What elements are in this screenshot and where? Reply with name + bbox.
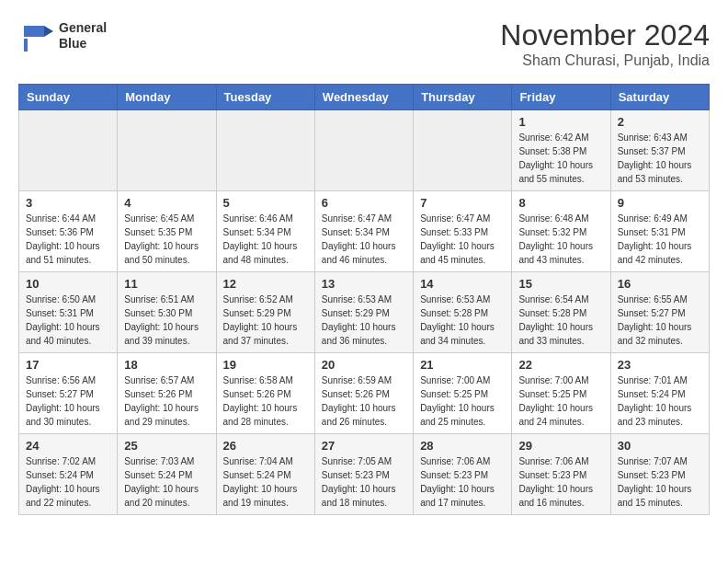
day-number: 9 <box>618 196 702 210</box>
calendar-cell <box>414 110 512 191</box>
calendar-cell: 9Sunrise: 6:49 AM Sunset: 5:31 PM Daylig… <box>610 191 709 272</box>
calendar-cell: 29Sunrise: 7:06 AM Sunset: 5:23 PM Dayli… <box>512 434 610 515</box>
weekday-header-saturday: Saturday <box>610 85 709 110</box>
calendar-cell: 26Sunrise: 7:04 AM Sunset: 5:24 PM Dayli… <box>216 434 314 515</box>
weekday-header-friday: Friday <box>512 85 610 110</box>
day-number: 16 <box>618 277 702 291</box>
calendar-cell: 16Sunrise: 6:55 AM Sunset: 5:27 PM Dayli… <box>610 272 709 353</box>
day-info: Sunrise: 7:02 AM Sunset: 5:24 PM Dayligh… <box>26 454 110 510</box>
day-number: 1 <box>518 115 603 129</box>
day-info: Sunrise: 6:47 AM Sunset: 5:34 PM Dayligh… <box>322 212 406 267</box>
svg-marker-1 <box>24 26 44 37</box>
calendar-cell: 24Sunrise: 7:02 AM Sunset: 5:24 PM Dayli… <box>19 434 118 515</box>
day-info: Sunrise: 6:57 AM Sunset: 5:26 PM Dayligh… <box>124 373 209 429</box>
weekday-header-thursday: Thursday <box>414 85 512 110</box>
day-number: 27 <box>322 439 406 453</box>
day-info: Sunrise: 6:53 AM Sunset: 5:29 PM Dayligh… <box>322 293 406 348</box>
day-number: 29 <box>518 439 603 453</box>
day-info: Sunrise: 6:55 AM Sunset: 5:27 PM Dayligh… <box>618 293 702 348</box>
day-info: Sunrise: 6:51 AM Sunset: 5:30 PM Dayligh… <box>124 293 209 348</box>
svg-rect-3 <box>24 39 28 52</box>
day-number: 4 <box>124 196 209 210</box>
logo-text: General Blue <box>59 20 107 52</box>
day-info: Sunrise: 7:04 AM Sunset: 5:24 PM Dayligh… <box>223 454 308 510</box>
day-number: 19 <box>223 358 308 372</box>
weekday-header-sunday: Sunday <box>19 85 118 110</box>
day-number: 15 <box>518 277 603 291</box>
calendar-cell: 6Sunrise: 6:47 AM Sunset: 5:34 PM Daylig… <box>314 191 413 272</box>
calendar-cell: 20Sunrise: 6:59 AM Sunset: 5:26 PM Dayli… <box>314 353 413 434</box>
day-info: Sunrise: 7:00 AM Sunset: 5:25 PM Dayligh… <box>518 373 603 429</box>
calendar-cell: 13Sunrise: 6:53 AM Sunset: 5:29 PM Dayli… <box>314 272 413 353</box>
day-number: 5 <box>223 196 308 210</box>
day-info: Sunrise: 6:50 AM Sunset: 5:31 PM Dayligh… <box>26 293 110 348</box>
page-header: General Blue November 2024 Sham Churasi,… <box>18 18 710 69</box>
day-info: Sunrise: 6:56 AM Sunset: 5:27 PM Dayligh… <box>26 373 110 429</box>
calendar-cell: 3Sunrise: 6:44 AM Sunset: 5:36 PM Daylig… <box>19 191 118 272</box>
calendar-cell: 23Sunrise: 7:01 AM Sunset: 5:24 PM Dayli… <box>610 353 709 434</box>
day-info: Sunrise: 7:03 AM Sunset: 5:24 PM Dayligh… <box>124 454 209 510</box>
day-number: 6 <box>322 196 406 210</box>
day-info: Sunrise: 6:54 AM Sunset: 5:28 PM Dayligh… <box>518 293 603 348</box>
day-info: Sunrise: 6:52 AM Sunset: 5:29 PM Dayligh… <box>223 293 308 348</box>
calendar-week-row: 3Sunrise: 6:44 AM Sunset: 5:36 PM Daylig… <box>19 191 710 272</box>
logo-line1: General <box>59 20 107 36</box>
calendar-subtitle: Sham Churasi, Punjab, India <box>500 52 710 69</box>
day-number: 10 <box>26 277 110 291</box>
day-info: Sunrise: 6:48 AM Sunset: 5:32 PM Dayligh… <box>518 212 603 267</box>
calendar-cell: 14Sunrise: 6:53 AM Sunset: 5:28 PM Dayli… <box>414 272 512 353</box>
day-info: Sunrise: 6:53 AM Sunset: 5:28 PM Dayligh… <box>420 293 505 348</box>
calendar-cell: 22Sunrise: 7:00 AM Sunset: 5:25 PM Dayli… <box>512 353 610 434</box>
day-info: Sunrise: 6:43 AM Sunset: 5:37 PM Dayligh… <box>618 131 702 186</box>
calendar-week-row: 10Sunrise: 6:50 AM Sunset: 5:31 PM Dayli… <box>19 272 710 353</box>
day-number: 26 <box>223 439 308 453</box>
day-info: Sunrise: 7:01 AM Sunset: 5:24 PM Dayligh… <box>618 373 702 429</box>
day-number: 8 <box>518 196 603 210</box>
calendar-cell: 10Sunrise: 6:50 AM Sunset: 5:31 PM Dayli… <box>19 272 118 353</box>
calendar-cell: 21Sunrise: 7:00 AM Sunset: 5:25 PM Dayli… <box>414 353 512 434</box>
day-info: Sunrise: 6:44 AM Sunset: 5:36 PM Dayligh… <box>26 212 110 267</box>
day-number: 13 <box>322 277 406 291</box>
calendar-cell <box>19 110 118 191</box>
calendar-cell: 19Sunrise: 6:58 AM Sunset: 5:26 PM Dayli… <box>216 353 314 434</box>
calendar-body: 1Sunrise: 6:42 AM Sunset: 5:38 PM Daylig… <box>19 110 710 515</box>
day-number: 30 <box>618 439 702 453</box>
calendar-cell: 5Sunrise: 6:46 AM Sunset: 5:34 PM Daylig… <box>216 191 314 272</box>
calendar-cell: 11Sunrise: 6:51 AM Sunset: 5:30 PM Dayli… <box>118 272 216 353</box>
calendar-cell: 2Sunrise: 6:43 AM Sunset: 5:37 PM Daylig… <box>610 110 709 191</box>
day-info: Sunrise: 7:05 AM Sunset: 5:23 PM Dayligh… <box>322 454 406 510</box>
title-block: November 2024 Sham Churasi, Punjab, Indi… <box>500 18 710 69</box>
calendar-cell: 17Sunrise: 6:56 AM Sunset: 5:27 PM Dayli… <box>19 353 118 434</box>
calendar-title: November 2024 <box>500 18 710 52</box>
calendar-cell: 1Sunrise: 6:42 AM Sunset: 5:38 PM Daylig… <box>512 110 610 191</box>
calendar-cell: 18Sunrise: 6:57 AM Sunset: 5:26 PM Dayli… <box>118 353 216 434</box>
calendar-cell: 28Sunrise: 7:06 AM Sunset: 5:23 PM Dayli… <box>414 434 512 515</box>
day-number: 11 <box>124 277 209 291</box>
weekday-header-tuesday: Tuesday <box>216 85 314 110</box>
day-number: 2 <box>618 115 702 129</box>
day-number: 24 <box>26 439 110 453</box>
day-number: 20 <box>322 358 406 372</box>
logo-icon <box>18 18 53 53</box>
day-info: Sunrise: 6:59 AM Sunset: 5:26 PM Dayligh… <box>322 373 406 429</box>
calendar-cell: 30Sunrise: 7:07 AM Sunset: 5:23 PM Dayli… <box>610 434 709 515</box>
day-info: Sunrise: 7:06 AM Sunset: 5:23 PM Dayligh… <box>518 454 603 510</box>
calendar-cell: 7Sunrise: 6:47 AM Sunset: 5:33 PM Daylig… <box>414 191 512 272</box>
day-number: 12 <box>223 277 308 291</box>
calendar-cell: 4Sunrise: 6:45 AM Sunset: 5:35 PM Daylig… <box>118 191 216 272</box>
day-number: 14 <box>420 277 505 291</box>
calendar-week-row: 17Sunrise: 6:56 AM Sunset: 5:27 PM Dayli… <box>19 353 710 434</box>
calendar-cell <box>118 110 216 191</box>
calendar-week-row: 24Sunrise: 7:02 AM Sunset: 5:24 PM Dayli… <box>19 434 710 515</box>
logo-line2: Blue <box>59 36 107 52</box>
day-number: 25 <box>124 439 209 453</box>
day-number: 3 <box>26 196 110 210</box>
day-number: 28 <box>420 439 505 453</box>
calendar-cell: 8Sunrise: 6:48 AM Sunset: 5:32 PM Daylig… <box>512 191 610 272</box>
day-info: Sunrise: 6:49 AM Sunset: 5:31 PM Dayligh… <box>618 212 702 267</box>
day-info: Sunrise: 7:00 AM Sunset: 5:25 PM Dayligh… <box>420 373 505 429</box>
day-number: 18 <box>124 358 209 372</box>
day-info: Sunrise: 6:45 AM Sunset: 5:35 PM Dayligh… <box>124 212 209 267</box>
calendar-header: SundayMondayTuesdayWednesdayThursdayFrid… <box>19 85 710 110</box>
calendar-week-row: 1Sunrise: 6:42 AM Sunset: 5:38 PM Daylig… <box>19 110 710 191</box>
